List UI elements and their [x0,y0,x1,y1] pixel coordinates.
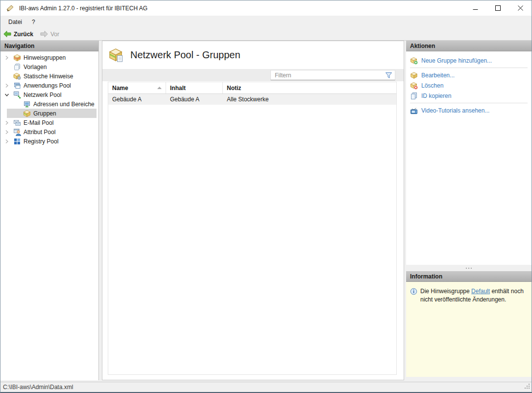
chevron-right-icon[interactable] [3,54,13,61]
delete-group-action[interactable]: Löschen [406,80,532,91]
splitter-grip-icon [465,267,473,269]
information-body: Die Hinweisgruppe Default enthält noch n… [406,282,532,377]
app-icon [5,4,14,12]
window-controls [464,0,532,16]
table-row[interactable]: Gebäude A Gebäude A Alle Stockwerke [108,94,396,105]
tree-item-attribut-pool[interactable]: Attribut Pool [0,127,98,137]
information-header: Information [406,271,532,282]
actions-body: Neue Gruppe hinzufügen... Bearbeiten... [406,51,532,265]
app-body: Navigation Hinweisgruppen [0,41,532,382]
chevron-right-icon[interactable] [3,129,13,136]
tree-item-label: Statische Hinweise [24,73,73,80]
email-pool-icon [13,119,21,127]
groups-icon [23,110,31,117]
actions-information-splitter[interactable] [406,265,532,271]
tree-item-label: Attribut Pool [24,129,55,136]
titlebar: IBI-aws Admin 1.27.0 - registriert für I… [0,0,532,16]
table-header-row: Name Inhalt Notiz [108,82,396,94]
tree-item-anwendungs-pool[interactable]: Anwendungs Pool [0,81,98,90]
chevron-right-icon[interactable] [3,82,13,89]
copy-id-icon [410,92,418,100]
menu-item-help[interactable]: ? [27,17,40,27]
tree-item-adressen-und-bereiche[interactable]: Adressen und Bereiche [0,99,98,109]
statusbar: C:\IBI-aws\Admin\Data.xml [0,382,532,392]
tree-item-label: Anwendungs Pool [24,82,71,89]
info-icon [410,288,417,295]
page-title: Netzwerk Pool - Gruppen [130,49,241,61]
chevron-right-icon[interactable] [3,119,13,126]
groups-table: Name Inhalt Notiz Gebäude A Gebäude A [108,82,397,375]
window-title: IBI-aws Admin 1.27.0 - registriert für I… [19,5,147,12]
navigation-panel: Navigation Hinweisgruppen [0,41,99,380]
back-button-label: Zurück [14,31,33,38]
chevron-down-icon[interactable] [3,92,13,98]
column-header-notiz[interactable]: Notiz [223,82,396,93]
back-arrow-icon [3,30,11,38]
default-group-link[interactable]: Default [471,288,490,295]
tree-item-label: E-Mail Pool [24,119,53,126]
attribute-pool-icon [13,128,21,136]
content-header: Netzwerk Pool - Gruppen [102,41,404,69]
actions-separator [410,103,528,103]
delete-group-icon [410,82,418,90]
maximize-button[interactable] [486,0,509,16]
action-label: Neue Gruppe hinzufügen... [421,57,492,64]
tree-item-registry-pool[interactable]: Registry Pool [0,137,98,146]
chevron-right-icon[interactable] [3,138,13,145]
action-label: Video-Tutorials ansehen... [421,107,489,114]
addresses-icon [23,100,31,108]
minimize-button[interactable] [464,0,486,16]
tree-item-label: Registry Pool [24,138,58,145]
tree-item-hinweisgruppen[interactable]: Hinweisgruppen [0,53,98,62]
static-notices-icon [13,72,21,80]
tree-item-email-pool[interactable]: E-Mail Pool [0,118,98,127]
main-content: Netzwerk Pool - Gruppen Name [102,41,404,380]
add-group-icon [410,57,418,65]
right-panel-filler [406,377,532,382]
filter-band [102,69,404,81]
network-pool-icon [13,91,21,99]
templates-icon [13,63,21,71]
tree-item-vorlagen[interactable]: Vorlagen [0,62,98,71]
registry-pool-icon [13,138,21,145]
forward-button-label: Vor [50,31,59,38]
right-panel: Aktionen Neue Gruppe hinzufügen... [406,41,532,382]
column-header-inhalt[interactable]: Inhalt [166,82,223,93]
toolbar: Zurück Vor [0,28,532,41]
application-pool-icon [13,82,21,90]
table-empty-area [108,105,396,374]
network-group-header-icon [109,48,124,62]
tree-item-label: Netzwerk Pool [24,92,61,98]
filter-funnel-icon[interactable] [385,72,392,79]
edit-group-action[interactable]: Bearbeiten... [406,70,532,80]
column-header-name[interactable]: Name [108,82,166,93]
tree-item-statische-hinweise[interactable]: Statische Hinweise [0,71,98,81]
forward-arrow-icon [40,30,48,38]
navigation-header: Navigation [0,41,98,51]
edit-group-icon [410,71,418,79]
back-button[interactable]: Zurück [3,30,33,38]
data-file-path: C:\IBI-aws\Admin\Data.xml [3,384,73,391]
action-label: ID kopieren [421,92,451,99]
forward-button[interactable]: Vor [40,30,59,38]
tree-item-label: Gruppen [33,110,56,117]
tree-item-gruppen[interactable]: Gruppen [7,109,97,118]
tree-item-label: Vorlagen [24,64,47,70]
information-message: Die Hinweisgruppe Default enthält noch n… [420,287,527,304]
navigation-tree: Hinweisgruppen Vorlagen [0,51,98,380]
action-label: Bearbeiten... [421,72,455,79]
menubar: Datei ? [0,16,532,28]
copy-id-action[interactable]: ID kopieren [406,91,532,101]
close-button[interactable] [509,0,532,16]
resize-grip[interactable] [525,384,530,391]
tree-item-label: Hinweisgruppen [24,54,66,61]
add-group-action[interactable]: Neue Gruppe hinzufügen... [406,55,532,66]
tree-item-netzwerk-pool[interactable]: Netzwerk Pool [0,90,98,99]
notice-groups-icon [13,54,21,62]
menu-item-datei[interactable]: Datei [3,17,27,27]
filter-input[interactable] [271,72,385,79]
actions-header: Aktionen [406,41,532,51]
app-window: IBI-aws Admin 1.27.0 - registriert für I… [0,0,532,393]
video-tutorials-icon [410,107,418,115]
video-tutorials-action[interactable]: Video-Tutorials ansehen... [406,105,532,116]
